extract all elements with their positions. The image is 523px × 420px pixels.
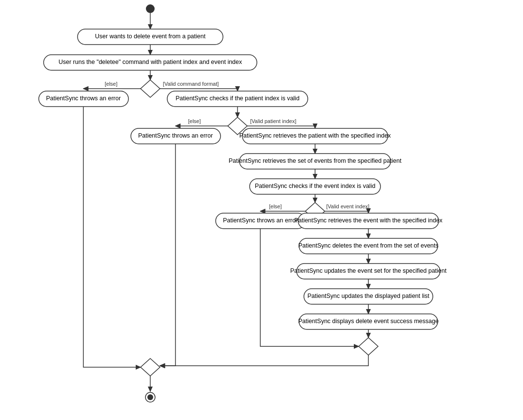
node-5-text: PatientSync throws an error — [138, 132, 213, 139]
arrow-n3-d5 — [83, 107, 141, 367]
diagram-container: User wants to delete event from a patien… — [0, 0, 523, 420]
label-else-1: [else] — [105, 81, 117, 87]
diamond-5 — [141, 358, 160, 376]
node-9-text: PatientSync throws an error — [223, 217, 298, 224]
node-12-text: PatientSync updates the event set for th… — [290, 267, 447, 274]
node-10-text: PatientSync retrieves the event with the… — [294, 217, 443, 224]
node-7-text: PatientSync retrieves the set of events … — [229, 157, 402, 164]
label-else-3: [else] — [269, 203, 282, 209]
node-11-text: PatientSync deletes the event from the s… — [298, 242, 438, 249]
diamond-4 — [359, 338, 378, 355]
node-4-text: PatientSync checks if the patient index … — [175, 95, 300, 102]
node-6-text: PatientSync retrieves the patient with t… — [239, 132, 391, 139]
node-2-text: User runs the "deletee" command with pat… — [59, 59, 242, 65]
label-valid-patient: [Valid patient index] — [250, 118, 296, 124]
label-valid-event: [Valid event index] — [326, 203, 369, 209]
node-14-text: PatientSync displays delete event succes… — [298, 318, 439, 325]
node-13-text: PatientSync updates the displayed patien… — [307, 293, 429, 299]
diamond-1 — [141, 80, 160, 97]
arrow-d4-d5 — [160, 355, 368, 366]
arrow-n5-d5 — [160, 144, 175, 366]
node-3-text: PatientSync throws an error — [46, 95, 121, 102]
end-inner — [147, 394, 153, 400]
label-else-2: [else] — [188, 118, 201, 124]
node-8-text: PatientSync checks if the event index is… — [255, 183, 376, 189]
label-valid-cmd: [Valid command format] — [163, 81, 219, 87]
start-node — [146, 4, 155, 13]
node-1-text: User wants to delete event from a patien… — [95, 33, 206, 40]
